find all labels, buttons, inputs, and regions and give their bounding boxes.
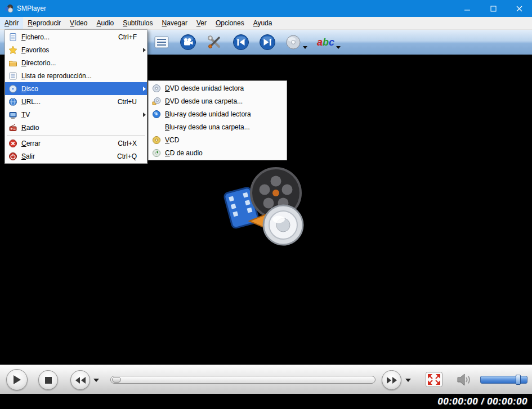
menu-item-shortcut: Ctrl+X (114, 140, 140, 147)
menu-item-dvd-carpeta[interactable]: DVD desde una carpeta... (149, 95, 287, 107)
window-controls (454, 0, 532, 17)
menu-item-lista-reproduccion[interactable]: Lista de reproducción... (5, 69, 147, 82)
audio-cd-icon (150, 149, 163, 158)
menubar-item-navegar[interactable]: Navegar (158, 17, 192, 29)
menu-item-label: Lista de reproducción... (20, 72, 114, 80)
dvd-disc-icon (150, 84, 163, 93)
smplayer-app-icon[interactable] (5, 4, 14, 13)
playlist-button[interactable] (153, 33, 170, 51)
fullscreen-icon (426, 372, 442, 387)
power-icon (6, 152, 20, 161)
close-red-icon (6, 139, 20, 148)
time-display: 00:00:00 / 00:00:00 (437, 396, 527, 407)
seek-slider[interactable] (110, 376, 375, 384)
menubar-item-ayuda[interactable]: Ayuda (249, 17, 277, 29)
close-button[interactable] (506, 0, 532, 17)
tv-icon (6, 110, 20, 119)
menu-item-label: Favoritos (20, 46, 114, 54)
menu-item-label: VCD (163, 136, 285, 144)
menu-item-bluray-unidad[interactable]: Blu-ray desde unidad lectora (149, 107, 287, 120)
maximize-icon (490, 6, 497, 12)
submenu-arrow-icon (143, 48, 146, 52)
menu-item-tv[interactable]: TV (5, 108, 147, 121)
forward-button[interactable] (382, 370, 401, 390)
menubar-item-audio[interactable]: Audio (92, 17, 118, 29)
bluray-disc-icon (150, 110, 163, 119)
volume-slider-thumb[interactable] (516, 375, 521, 385)
menu-item-shortcut: Ctrl+Q (114, 152, 140, 160)
menu-item-directorio[interactable]: Directorio... (5, 56, 147, 69)
skip-forward-icon (259, 34, 276, 51)
menu-item-label: TV (20, 111, 114, 119)
menu-item-label: Fichero... (20, 33, 114, 41)
chevron-down-icon[interactable] (303, 46, 307, 49)
menu-item-disco[interactable]: Disco (5, 82, 147, 95)
control-bar (0, 365, 532, 394)
volume-slider[interactable] (480, 376, 527, 384)
subtitles-button[interactable]: abc (317, 33, 341, 51)
open-disc-button[interactable] (285, 33, 307, 51)
minimize-button[interactable] (454, 0, 480, 17)
seek-slider-thumb[interactable] (112, 377, 121, 383)
menubar-item-abrir[interactable]: Abrir (0, 17, 23, 29)
smplayer-logo (217, 166, 312, 250)
previous-button[interactable] (233, 33, 249, 51)
menu-item-url[interactable]: URL... Ctrl+U (5, 95, 147, 108)
preferences-button[interactable] (206, 33, 223, 51)
close-icon (516, 6, 522, 12)
menu-item-dvd-unidad[interactable]: DVD desde unidad lectora (149, 82, 287, 95)
subtitles-abc-icon: abc (317, 37, 334, 47)
menu-item-vcd[interactable]: VCD (149, 133, 287, 146)
playlist-icon (153, 34, 170, 51)
minimize-icon (464, 6, 471, 12)
chevron-down-icon[interactable] (336, 46, 341, 49)
fast-forward-icon (386, 376, 397, 384)
menu-item-label: Directorio... (20, 59, 114, 67)
menu-item-salir[interactable]: Salir Ctrl+Q (5, 150, 147, 163)
star-icon (6, 46, 20, 55)
menu-item-cerrar[interactable]: Cerrar Ctrl+X (5, 137, 147, 150)
video-camera-icon (180, 34, 196, 51)
fullscreen-button[interactable] (426, 372, 442, 389)
menu-item-label: Disco (20, 85, 114, 93)
forward-options-chevron-icon[interactable] (405, 379, 411, 382)
video-camera-button[interactable] (180, 33, 196, 51)
tools-icon (206, 34, 223, 51)
rewind-button[interactable] (70, 370, 90, 390)
maximize-button[interactable] (480, 0, 506, 17)
next-button[interactable] (259, 33, 276, 51)
menu-item-favoritos[interactable]: Favoritos (5, 43, 147, 56)
menu-item-label: DVD desde una carpeta... (163, 97, 285, 105)
menubar-label: Vídeo (70, 19, 87, 27)
stop-button[interactable] (38, 370, 58, 390)
menu-item-bluray-carpeta[interactable]: Blu-ray desde una carpeta... (149, 120, 287, 133)
menubar-label: Abrir (5, 19, 19, 27)
menubar-label: Navegar (162, 19, 187, 27)
menu-item-radio[interactable]: Radio (5, 121, 147, 134)
menu-item-shortcut: Ctrl+F (114, 33, 140, 41)
menu-item-cd-audio[interactable]: CD de audio (149, 146, 287, 159)
menu-item-label: Blu-ray desde unidad lectora (163, 110, 285, 118)
titlebar[interactable]: SMPlayer (0, 0, 532, 17)
menu-item-fichero[interactable]: Fichero... Ctrl+F (5, 30, 147, 43)
menubar-item-subtitulos[interactable]: Subtítulos (118, 17, 157, 29)
mute-button[interactable] (456, 372, 472, 389)
menubar-label: Audio (96, 19, 114, 27)
play-button[interactable] (6, 369, 28, 390)
rewind-options-chevron-icon[interactable] (93, 379, 99, 382)
submenu-arrow-icon (143, 87, 146, 91)
menubar-item-video[interactable]: Vídeo (65, 17, 92, 29)
folder-icon (6, 59, 20, 68)
file-icon (6, 33, 20, 42)
submenu-arrow-icon (143, 113, 146, 117)
menu-item-label: Radio (20, 124, 114, 132)
open-menu: Fichero... Ctrl+F Favoritos Directorio..… (5, 29, 147, 164)
menubar-item-opciones[interactable]: Opciones (211, 17, 249, 29)
disc-icon (6, 84, 20, 93)
menubar-item-ver[interactable]: Ver (192, 17, 211, 29)
speaker-icon (456, 372, 472, 387)
globe-icon (6, 97, 20, 106)
menubar-item-reproducir[interactable]: Reproducir (23, 17, 65, 29)
menubar-label: Opciones (216, 19, 244, 27)
menu-item-label: Salir (20, 152, 114, 160)
